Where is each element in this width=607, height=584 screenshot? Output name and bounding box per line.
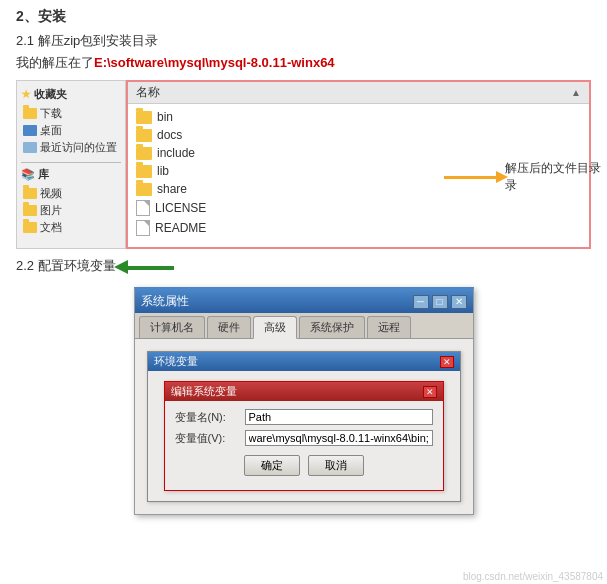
list-item[interactable]: bin — [134, 108, 583, 126]
folder-icon — [136, 129, 152, 142]
explorer-sidebar: ★ 收藏夹 下载 桌面 最近访问的位置 📚 — [16, 80, 126, 249]
ok-button[interactable]: 确定 — [244, 455, 300, 476]
sidebar-item-picture[interactable]: 图片 — [21, 202, 121, 219]
library-label: 📚 库 — [21, 167, 121, 182]
file-icon — [136, 200, 150, 216]
var-value-label: 变量值(V): — [175, 431, 245, 446]
edit-dialog-body: 变量名(N): 变量值(V): 确定 取消 — [165, 401, 443, 490]
list-item[interactable]: LICENSE — [134, 198, 583, 218]
arrow-right-line — [444, 176, 499, 179]
sidebar-item-desktop[interactable]: 桌面 — [21, 122, 121, 139]
var-value-input[interactable] — [245, 430, 433, 446]
sidebar-favorites: ★ 收藏夹 下载 桌面 最近访问的位置 — [21, 87, 121, 156]
section-22: 2.2 配置环境变量 — [16, 257, 591, 279]
file-icon — [136, 220, 150, 236]
env-close-button[interactable]: ✕ — [440, 356, 454, 368]
path-prefix: 我的解压在了 — [16, 55, 94, 70]
system-props-dialog: 系统属性 ─ □ ✕ 计算机名 硬件 高级 系统保护 远程 环境变量 ✕ — [134, 287, 474, 515]
edit-dialog-title-bar: 编辑系统变量 ✕ — [165, 382, 443, 401]
watermark: blog.csdn.net/weixin_43587804 — [463, 571, 603, 582]
var-value-row: 变量值(V): — [175, 430, 433, 446]
sub1-title: 2.1 解压zip包到安装目录 — [16, 32, 591, 50]
arrow-annotation: 解压后的文件目录 录 — [444, 160, 601, 194]
folder-icon — [23, 108, 37, 119]
cancel-button[interactable]: 取消 — [308, 455, 364, 476]
green-arrow-line — [124, 266, 174, 270]
env-dialog-body: 编辑系统变量 ✕ 变量名(N): 变量值(V): — [148, 371, 460, 501]
favorites-label: ★ 收藏夹 — [21, 87, 121, 102]
file-list-header: 名称 ▲ — [128, 82, 589, 104]
sidebar-item-recent[interactable]: 最近访问的位置 — [21, 139, 121, 156]
folder-icon — [23, 222, 37, 233]
folder-icon — [136, 165, 152, 178]
explorer-area: ★ 收藏夹 下载 桌面 最近访问的位置 📚 — [16, 80, 591, 249]
folder-icon — [136, 111, 152, 124]
sidebar-item-document[interactable]: 文档 — [21, 219, 121, 236]
var-name-input[interactable] — [245, 409, 433, 425]
arrow-right-head — [496, 171, 508, 183]
env-dialog-title: 环境变量 ✕ — [148, 352, 460, 371]
folder-icon — [23, 205, 37, 216]
edit-dialog-title-text: 编辑系统变量 — [171, 384, 237, 399]
tab-system-protect[interactable]: 系统保护 — [299, 316, 365, 338]
tab-computer-name[interactable]: 计算机名 — [139, 316, 205, 338]
tab-hardware[interactable]: 硬件 — [207, 316, 251, 338]
header-name: 名称 — [136, 84, 160, 101]
folder-icon — [136, 183, 152, 196]
edit-close-button[interactable]: ✕ — [423, 386, 437, 398]
dialog-body: 环境变量 ✕ 编辑系统变量 ✕ 变量名(N): — [135, 339, 473, 514]
maximize-button[interactable]: □ — [432, 295, 448, 309]
green-arrow-head — [114, 260, 128, 274]
edit-var-dialog: 编辑系统变量 ✕ 变量名(N): 变量值(V): — [164, 381, 444, 491]
green-arrow-container — [124, 266, 174, 270]
env-dialog-title-text: 环境变量 — [154, 354, 198, 369]
path-text: 我的解压在了E:\software\mysql\mysql-8.0.11-win… — [16, 54, 591, 72]
dialog-tabs: 计算机名 硬件 高级 系统保护 远程 — [135, 313, 473, 339]
sidebar-library: 📚 库 视频 图片 文档 — [21, 167, 121, 236]
list-item[interactable]: docs — [134, 126, 583, 144]
sub2-title: 2.2 配置环境变量 — [16, 257, 116, 275]
section-title: 2、安装 — [16, 8, 591, 26]
folder-icon — [23, 188, 37, 199]
title-bar-controls: ─ □ ✕ — [413, 295, 467, 309]
sidebar-item-download[interactable]: 下载 — [21, 105, 121, 122]
desktop-icon — [23, 125, 37, 136]
dialog-title-bar: 系统属性 ─ □ ✕ — [135, 290, 473, 313]
folder-icon — [136, 147, 152, 160]
sidebar-item-video[interactable]: 视频 — [21, 185, 121, 202]
var-name-row: 变量名(N): — [175, 409, 433, 425]
minimize-button[interactable]: ─ — [413, 295, 429, 309]
path-value: E:\software\mysql\mysql-8.0.11-winx64 — [94, 55, 335, 70]
dialog-title: 系统属性 — [141, 293, 189, 310]
edit-dialog-buttons: 确定 取消 — [175, 451, 433, 482]
tab-advanced[interactable]: 高级 — [253, 316, 297, 339]
annotation-text: 解压后的文件目录 录 — [505, 160, 601, 194]
list-item[interactable]: README — [134, 218, 583, 238]
tab-remote[interactable]: 远程 — [367, 316, 411, 338]
env-dialog: 环境变量 ✕ 编辑系统变量 ✕ 变量名(N): — [147, 351, 461, 502]
close-button[interactable]: ✕ — [451, 295, 467, 309]
recent-icon — [23, 142, 37, 153]
sort-arrow-icon: ▲ — [571, 87, 581, 98]
var-name-label: 变量名(N): — [175, 410, 245, 425]
sidebar-divider — [21, 162, 121, 163]
